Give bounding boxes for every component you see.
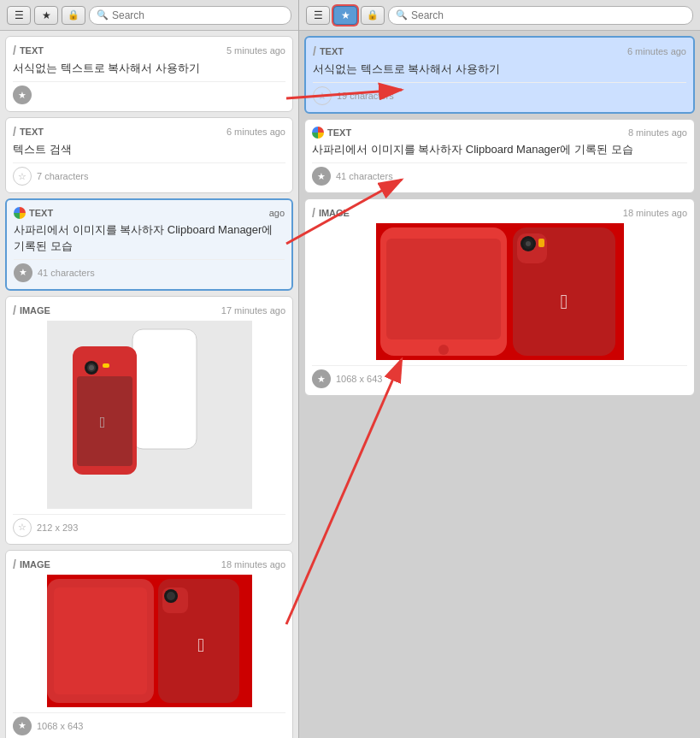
left-item-3-footer: ★ 41 characters xyxy=(14,259,285,282)
left-item-text-3[interactable]: TEXT ago 사파리에서 이미지를 복사하자 Clipboard Manag… xyxy=(5,198,293,290)
left-item-4-time: 17 minutes ago xyxy=(221,305,285,316)
right-item-2-star[interactable]: ★ xyxy=(312,167,331,186)
left-item-2-type-label: TEXT xyxy=(20,127,44,137)
slash-icon-2: / xyxy=(13,125,16,139)
svg-rect-1 xyxy=(132,329,197,449)
right-item-1-footer: ☆ 19 characters xyxy=(313,82,686,105)
right-item-2-type-label: TEXT xyxy=(327,127,351,138)
right-item-1-content: 서식없는 텍스트로 복사해서 사용하기 xyxy=(313,62,686,77)
left-item-3-type: TEXT xyxy=(14,207,53,219)
iphone-large-right-svg:  xyxy=(376,223,624,360)
left-item-5-footer: ★ 1068 x 643 xyxy=(13,712,285,735)
right-slash-icon-3: / xyxy=(312,206,315,220)
right-scroll-area: / TEXT 6 minutes ago 서식없는 텍스트로 복사해서 사용하기… xyxy=(299,31,700,738)
left-item-5-time: 18 minutes ago xyxy=(221,559,285,570)
right-item-text-1[interactable]: / TEXT 6 minutes ago 서식없는 텍스트로 복사해서 사용하기… xyxy=(304,36,695,114)
right-item-text-2[interactable]: TEXT 8 minutes ago 사파리에서 이미지를 복사하자 Clipb… xyxy=(304,119,695,193)
chrome-icon-2 xyxy=(312,127,324,139)
left-item-4-image:  xyxy=(13,321,285,509)
iphone-small-svg:  xyxy=(47,321,252,509)
left-item-3-header: TEXT ago xyxy=(14,207,285,219)
left-scroll-area: / TEXT 5 minutes ago 서식없는 텍스트로 복사해서 사용하기… xyxy=(0,31,298,738)
right-item-1-meta: 19 characters xyxy=(337,91,394,101)
right-item-3-type-label: IMAGE xyxy=(319,208,350,218)
iphone-large-left-svg:  xyxy=(47,575,252,707)
left-item-1-footer: ★ xyxy=(13,81,285,104)
left-item-4-footer: ☆ 212 x 293 xyxy=(13,514,285,537)
left-item-2-time: 6 minutes ago xyxy=(226,127,285,137)
right-search-input[interactable] xyxy=(411,9,685,21)
svg-rect-7 xyxy=(103,363,109,368)
star-icon: ★ xyxy=(42,9,51,21)
right-lock-button[interactable]: 🔒 xyxy=(361,6,385,25)
svg-point-5 xyxy=(89,365,94,370)
left-item-3-meta: 41 characters xyxy=(38,268,95,278)
right-item-3-footer: ★ 1068 x 643 xyxy=(312,365,687,388)
right-item-2-footer: ★ 41 characters xyxy=(312,162,687,186)
left-item-2-meta: 7 characters xyxy=(37,171,89,181)
right-slash-icon-1: / xyxy=(313,44,316,58)
left-item-5-header: / IMAGE 18 minutes ago xyxy=(13,558,285,571)
right-item-3-header: / IMAGE 18 minutes ago xyxy=(312,206,687,220)
right-star-button[interactable]: ★ xyxy=(333,6,357,25)
left-item-text-1[interactable]: / TEXT 5 minutes ago 서식없는 텍스트로 복사해서 사용하기… xyxy=(5,36,293,112)
left-item-4-type-label: IMAGE xyxy=(20,305,50,316)
right-item-2-type: TEXT xyxy=(312,127,351,139)
right-item-3-image:  xyxy=(312,223,687,360)
left-item-3-star[interactable]: ★ xyxy=(14,263,32,282)
left-item-4-type: / IMAGE xyxy=(13,304,50,317)
chrome-icon-1 xyxy=(14,207,26,219)
right-menu-button[interactable]: ☰ xyxy=(306,6,330,25)
svg-point-27 xyxy=(438,345,449,355)
left-item-image-1[interactable]: / IMAGE 17 minutes ago xyxy=(5,296,293,545)
left-item-4-meta: 212 x 293 xyxy=(37,523,78,533)
left-item-5-meta: 1068 x 643 xyxy=(37,721,83,731)
right-item-1-type-label: TEXT xyxy=(320,46,344,56)
right-search-icon: 🔍 xyxy=(396,9,408,21)
left-item-2-star[interactable]: ☆ xyxy=(13,167,32,186)
left-star-button[interactable]: ★ xyxy=(34,6,58,25)
left-item-5-star[interactable]: ★ xyxy=(13,717,32,735)
right-menu-icon: ☰ xyxy=(314,9,323,21)
right-toolbar: ☰ ★ 🔒 🔍 xyxy=(299,0,700,31)
right-item-3-star[interactable]: ★ xyxy=(312,369,331,388)
left-item-4-star[interactable]: ☆ xyxy=(13,518,32,537)
svg-rect-16 xyxy=(54,587,147,694)
right-item-1-star[interactable]: ☆ xyxy=(313,86,332,105)
right-panel: ☰ ★ 🔒 🔍 / TEXT 6 min xyxy=(299,0,700,738)
left-item-3-type-label: TEXT xyxy=(29,208,53,218)
left-item-2-type: / TEXT xyxy=(13,125,44,139)
lock-icon: 🔒 xyxy=(68,9,79,21)
left-search-input[interactable] xyxy=(112,9,284,21)
menu-icon: ☰ xyxy=(15,9,24,21)
svg-point-13 xyxy=(167,592,175,600)
svg-rect-23 xyxy=(538,239,544,247)
right-item-2-header: TEXT 8 minutes ago xyxy=(312,127,687,139)
left-item-5-image:  xyxy=(13,575,285,707)
left-item-1-time: 5 minutes ago xyxy=(226,45,285,56)
left-toolbar: ☰ ★ 🔒 🔍 xyxy=(0,0,298,31)
slash-icon-4: / xyxy=(13,304,16,317)
right-item-image-1[interactable]: / IMAGE 18 minutes ago xyxy=(304,198,695,396)
left-item-1-header: / TEXT 5 minutes ago xyxy=(13,44,285,57)
right-item-1-type: / TEXT xyxy=(313,44,344,58)
left-search-box[interactable]: 🔍 xyxy=(89,6,291,25)
left-search-icon: 🔍 xyxy=(97,9,109,21)
left-menu-button[interactable]: ☰ xyxy=(7,6,31,25)
left-item-text-2[interactable]: / TEXT 6 minutes ago 텍스트 검색 ☆ 7 characte… xyxy=(5,117,293,193)
left-item-3-content: 사파리에서 이미지를 복사하자 Clipboard Manager에 기록된 모… xyxy=(14,222,285,253)
left-item-image-2[interactable]: / IMAGE 18 minutes ago xyxy=(5,550,293,738)
right-search-box[interactable]: 🔍 xyxy=(388,6,693,25)
left-item-3-time: ago xyxy=(269,208,285,218)
left-item-1-star[interactable]: ★ xyxy=(13,86,32,104)
right-item-2-content: 사파리에서 이미지를 복사하자 Clipboard Manager에 기록된 모… xyxy=(312,142,687,157)
right-item-1-header: / TEXT 6 minutes ago xyxy=(313,44,686,58)
svg-point-22 xyxy=(526,241,531,246)
right-item-2-time: 8 minutes ago xyxy=(628,127,687,138)
right-item-3-meta: 1068 x 643 xyxy=(336,374,382,384)
left-item-5-type: / IMAGE xyxy=(13,558,50,571)
slash-icon-1: / xyxy=(13,44,16,57)
left-item-5-type-label: IMAGE xyxy=(20,559,50,570)
left-item-2-footer: ☆ 7 characters xyxy=(13,162,285,186)
left-lock-button[interactable]: 🔒 xyxy=(62,6,85,25)
